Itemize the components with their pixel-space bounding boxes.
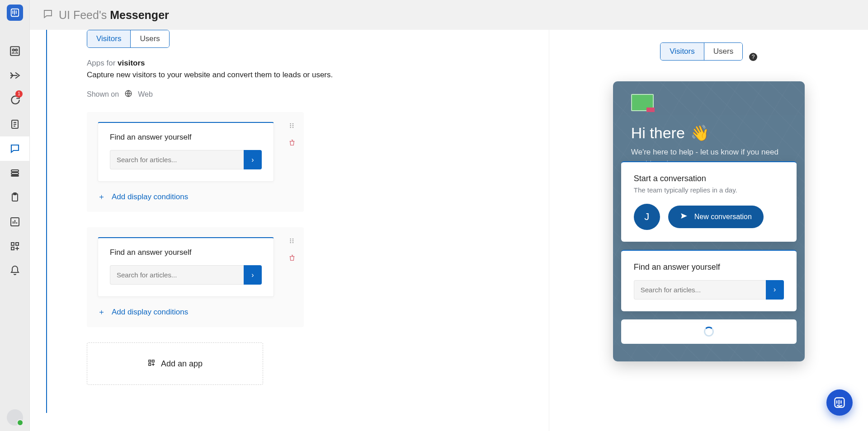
bell-icon	[9, 265, 21, 276]
svg-rect-21	[16, 243, 19, 245]
messenger-launcher-button[interactable]	[826, 389, 853, 416]
sidebar-item-reports[interactable]	[0, 210, 29, 234]
svg-rect-37	[152, 360, 154, 362]
chevron-right-icon: ›	[774, 286, 776, 293]
send-arrow-icon	[9, 70, 21, 81]
new-conversation-button[interactable]: New conversation	[668, 206, 764, 228]
apps-for-description: Capture new visitors to your website and…	[87, 70, 390, 80]
shown-on-row: Shown on Web	[87, 89, 390, 99]
clipboard-icon	[9, 192, 21, 203]
messenger-outline-icon	[42, 9, 53, 21]
chart-icon	[9, 216, 21, 228]
sidebar-item-bots[interactable]	[0, 161, 29, 185]
sidebar-item-apps[interactable]	[0, 234, 29, 258]
preview-panel: Visitors Users ? Hi there 👋 We're here t…	[549, 30, 868, 431]
apps-for-heading: Apps for visitors	[87, 59, 390, 68]
preview-search-input[interactable]	[634, 280, 766, 300]
stacked-icon	[9, 167, 21, 179]
help-icon[interactable]: ?	[749, 53, 757, 61]
people-icon	[9, 45, 21, 57]
sidebar-item-inbox[interactable]: 1	[0, 88, 29, 112]
reply-time-text: The team typically replies in a day.	[634, 186, 784, 194]
svg-point-34	[292, 240, 294, 242]
messenger-icon	[9, 143, 21, 155]
svg-rect-20	[11, 243, 14, 245]
chevron-right-icon: ›	[251, 156, 254, 164]
svg-rect-11	[11, 170, 19, 172]
svg-point-28	[292, 125, 294, 126]
svg-rect-4	[10, 47, 19, 56]
inbox-badge: 1	[15, 90, 23, 98]
preview-audience-toggle: Visitors Users	[660, 42, 743, 61]
article-icon	[9, 118, 21, 130]
add-app-button[interactable]: Add an app	[87, 342, 263, 385]
svg-point-33	[292, 239, 294, 240]
sidebar-item-notifications[interactable]	[0, 258, 29, 283]
spinner-icon	[704, 327, 714, 337]
user-avatar[interactable]	[7, 409, 23, 426]
send-icon	[680, 212, 688, 222]
sidebar-item-outbound[interactable]	[0, 63, 29, 88]
left-sidebar: 1	[0, 0, 30, 431]
editor-panel: Visitors Users Apps for visitors Capture…	[30, 30, 549, 431]
drag-handle-icon[interactable]	[288, 122, 296, 131]
card-title: Find an answer yourself	[110, 248, 262, 257]
messenger-greeting: Hi there 👋	[631, 124, 787, 142]
svg-rect-13	[11, 175, 19, 176]
svg-point-25	[290, 125, 291, 126]
preview-search-submit[interactable]: ›	[766, 280, 784, 300]
drag-handle-icon[interactable]	[288, 237, 296, 246]
plus-icon: ＋	[98, 192, 105, 202]
page-header: UI Feed's Messenger	[30, 0, 868, 30]
trash-icon[interactable]	[288, 254, 296, 263]
svg-point-30	[290, 239, 291, 240]
preview-toggle-visitors[interactable]: Visitors	[660, 43, 703, 60]
globe-icon	[124, 89, 132, 99]
chevron-right-icon: ›	[251, 271, 254, 279]
toggle-visitors[interactable]: Visitors	[87, 30, 130, 47]
audience-toggle: Visitors Users	[87, 30, 170, 48]
search-input[interactable]	[110, 265, 244, 285]
article-search-card-2[interactable]: Find an answer yourself ›	[98, 237, 274, 297]
svg-point-27	[292, 123, 294, 125]
apps-grid-icon	[147, 359, 156, 369]
start-conversation-card: Start a conversation The team typically …	[621, 161, 797, 242]
preview-toggle-users[interactable]: Users	[704, 43, 742, 60]
svg-point-29	[292, 127, 294, 128]
app-block-2: Find an answer yourself › ＋ Add display …	[87, 227, 304, 327]
svg-rect-12	[11, 173, 19, 174]
search-submit-button[interactable]: ›	[244, 265, 262, 285]
card-title: Find an answer yourself	[110, 133, 262, 142]
intercom-logo-icon[interactable]	[7, 5, 23, 21]
article-search-card-1[interactable]: Find an answer yourself ›	[98, 122, 274, 182]
sidebar-item-tasks[interactable]	[0, 185, 29, 210]
svg-rect-38	[149, 363, 151, 365]
article-search-preview-card: Find an answer yourself ›	[621, 250, 797, 311]
wave-emoji-icon: 👋	[690, 124, 709, 142]
trash-icon[interactable]	[288, 139, 296, 148]
sidebar-item-articles[interactable]	[0, 112, 29, 136]
svg-point-26	[290, 127, 291, 128]
find-answer-title: Find an answer yourself	[634, 262, 784, 272]
add-display-conditions-link[interactable]: ＋ Add display conditions	[98, 192, 293, 202]
svg-rect-36	[149, 360, 151, 362]
svg-point-5	[12, 49, 14, 51]
sidebar-item-messenger[interactable]	[0, 136, 29, 161]
sidebar-item-platform[interactable]	[0, 39, 29, 63]
svg-point-31	[290, 240, 291, 242]
plus-icon: ＋	[98, 307, 105, 317]
add-display-conditions-link[interactable]: ＋ Add display conditions	[98, 307, 293, 317]
svg-point-24	[290, 123, 291, 125]
svg-rect-22	[11, 247, 14, 250]
workspace-logo	[631, 94, 654, 111]
app-block-1: Find an answer yourself › ＋ Add display …	[87, 112, 304, 212]
search-input[interactable]	[110, 150, 244, 169]
operator-avatar: J	[634, 204, 660, 230]
svg-point-6	[15, 49, 17, 51]
messenger-preview: Hi there 👋 We're here to help - let us k…	[613, 81, 805, 361]
search-submit-button[interactable]: ›	[244, 150, 262, 169]
loading-card	[621, 319, 797, 344]
svg-point-32	[290, 242, 291, 244]
start-conv-title: Start a conversation	[634, 174, 784, 183]
toggle-users[interactable]: Users	[130, 30, 169, 47]
